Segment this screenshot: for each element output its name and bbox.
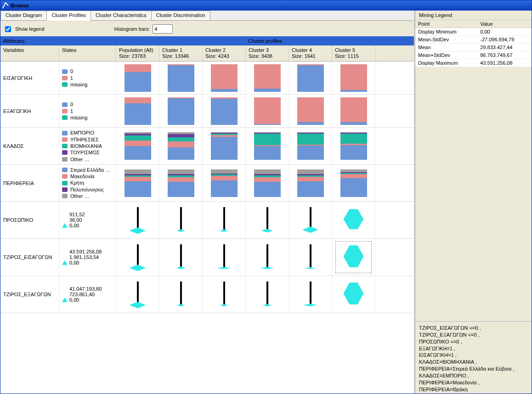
header-cluster-0[interactable]: Population (All)Size: 23783 xyxy=(116,45,159,61)
bar-segment xyxy=(168,182,194,197)
legend-item: Μακεδονία xyxy=(62,173,113,180)
stacked-bar xyxy=(254,64,281,92)
stick xyxy=(180,207,182,230)
profile-cell[interactable] xyxy=(159,202,203,238)
diamond xyxy=(305,267,316,269)
bar-segment xyxy=(254,134,281,145)
profile-cell[interactable] xyxy=(116,202,159,238)
stick xyxy=(180,244,182,267)
profile-cell[interactable] xyxy=(116,239,159,276)
distribution-glyph xyxy=(249,278,286,311)
distribution-glyph xyxy=(249,203,286,236)
profile-cell[interactable] xyxy=(332,62,375,94)
scale-label: 43.591.256,08 xyxy=(69,249,102,254)
profile-cell[interactable] xyxy=(159,95,203,127)
profile-cell[interactable] xyxy=(332,202,375,238)
profile-cell[interactable] xyxy=(246,239,289,276)
profile-cell[interactable] xyxy=(289,128,332,164)
profile-cell[interactable] xyxy=(332,95,375,127)
bar-segment xyxy=(254,182,281,197)
stick xyxy=(137,207,139,230)
bar-segment xyxy=(297,181,324,197)
stick xyxy=(223,281,225,304)
profile-cell[interactable] xyxy=(159,128,203,164)
distribution-glyph xyxy=(292,278,329,311)
profile-cell[interactable] xyxy=(203,128,246,164)
profile-cell[interactable] xyxy=(203,202,246,238)
legend-row[interactable]: Mean+StdDev86.763.749,67 xyxy=(415,51,532,59)
profile-cell[interactable] xyxy=(116,165,159,201)
legend-row[interactable]: Mean29.833.427,44 xyxy=(415,44,532,51)
node-description-panel[interactable]: ΤΖΙΡΟΣ_ΕΙΣΑΓΩΓΩΝ <=0 ,ΤΖΙΡΟΣ_ΕΞΑΓΩΓΩΝ <=… xyxy=(415,321,532,394)
stacked-bar xyxy=(168,169,194,197)
scale-item: 1.981.153,54 xyxy=(62,254,113,260)
header-variables[interactable]: Variables xyxy=(0,45,59,61)
show-legend-checkbox[interactable] xyxy=(5,26,11,32)
legend-row[interactable]: Mean-StdDev-27.096.894,79 xyxy=(415,36,532,44)
bar-segment xyxy=(254,177,281,182)
profile-cell[interactable] xyxy=(289,165,332,201)
scale-item: 0,00 xyxy=(62,297,113,303)
profile-cell[interactable] xyxy=(332,128,375,164)
profile-cell[interactable] xyxy=(116,276,159,313)
profile-cell[interactable] xyxy=(289,95,332,127)
profile-cell[interactable] xyxy=(246,62,289,94)
diamond xyxy=(220,304,228,306)
profile-cell[interactable] xyxy=(332,165,375,201)
profile-cell[interactable] xyxy=(289,202,332,238)
profile-cell[interactable] xyxy=(289,276,332,313)
header-cluster-1[interactable]: Cluster 1Size: 13346 xyxy=(159,45,203,61)
profile-cell[interactable] xyxy=(159,62,203,94)
states-cell: Στερεά Ελλάδα …ΜακεδονίαΚρήτηΠελοπόννησο… xyxy=(59,165,116,201)
bar-segment xyxy=(168,169,194,174)
header-cluster-3[interactable]: Cluster 3Size: 3438 xyxy=(246,45,289,61)
diamond xyxy=(261,229,273,232)
profile-cell[interactable] xyxy=(203,95,246,127)
states-cell: ΕΜΠΟΡΙΟΥΠΗΡΕΣΙΕΣΒΙΟΜΗΧΑΝΙΑΤΟΥΡΙΣΜΟΣOther… xyxy=(59,128,116,164)
triangle-icon xyxy=(62,260,68,265)
profile-cell[interactable] xyxy=(332,239,375,276)
profile-cell[interactable] xyxy=(246,128,289,164)
profile-cell[interactable] xyxy=(289,62,332,94)
bar-segment xyxy=(340,174,367,178)
profile-cell[interactable] xyxy=(246,276,289,313)
sidebar: Mining Legend Point Value Display Minimu… xyxy=(415,11,532,394)
distribution-glyph xyxy=(163,241,199,274)
profile-cell[interactable] xyxy=(246,202,289,238)
legend-row[interactable]: Display Maximum43.591.256,08 xyxy=(415,59,532,67)
profile-cell[interactable] xyxy=(246,165,289,201)
profile-cell[interactable] xyxy=(159,276,203,313)
profile-cell[interactable] xyxy=(203,276,246,313)
profile-cell[interactable] xyxy=(116,128,159,164)
profile-cell[interactable] xyxy=(159,239,203,276)
bar-segment xyxy=(254,146,281,160)
scale-item: 0,00 xyxy=(62,223,113,228)
header-cluster-4[interactable]: Cluster 4Size: 1641 xyxy=(289,45,332,61)
legend-label: ΒΙΟΜΗΧΑΝΙΑ xyxy=(70,143,102,149)
header-cluster-2[interactable]: Cluster 2Size: 4243 xyxy=(203,45,246,61)
grid-body[interactable]: ΕΙΣΑΓΩΓΙΚΗ01missingΕΞΑΓΩΓΙΚΗ01missingΚΛΑ… xyxy=(0,62,414,394)
profile-cell[interactable] xyxy=(203,62,246,94)
header-states[interactable]: States xyxy=(59,45,116,61)
profile-cell[interactable] xyxy=(116,95,159,127)
tab-cluster-characteristics[interactable]: Cluster Characteristics xyxy=(91,11,152,20)
tab-cluster-profiles[interactable]: Cluster Profiles xyxy=(46,11,91,21)
stacked-bar xyxy=(211,169,238,197)
profile-cell[interactable] xyxy=(159,165,203,201)
titlebar[interactable]: Browse xyxy=(0,0,532,11)
histogram-bars-input[interactable] xyxy=(153,24,173,34)
legend-row[interactable]: Display Minimum0,00 xyxy=(415,28,532,36)
profile-cell[interactable] xyxy=(289,239,332,276)
profile-cell[interactable] xyxy=(203,239,246,276)
tab-cluster-discrimination[interactable]: Cluster Discrimination xyxy=(151,11,210,20)
color-swatch xyxy=(62,109,68,113)
tab-cluster-diagram[interactable]: Cluster Diagram xyxy=(0,11,47,20)
profile-cell[interactable] xyxy=(332,276,375,313)
profile-cell[interactable] xyxy=(203,165,246,201)
profile-cell[interactable] xyxy=(116,62,159,94)
bar-segment xyxy=(168,65,194,92)
header-cluster-5[interactable]: Cluster 5Size: 1115 xyxy=(332,45,375,61)
distribution-glyph xyxy=(119,241,156,274)
stacked-bar xyxy=(211,97,238,125)
profile-cell[interactable] xyxy=(246,95,289,127)
